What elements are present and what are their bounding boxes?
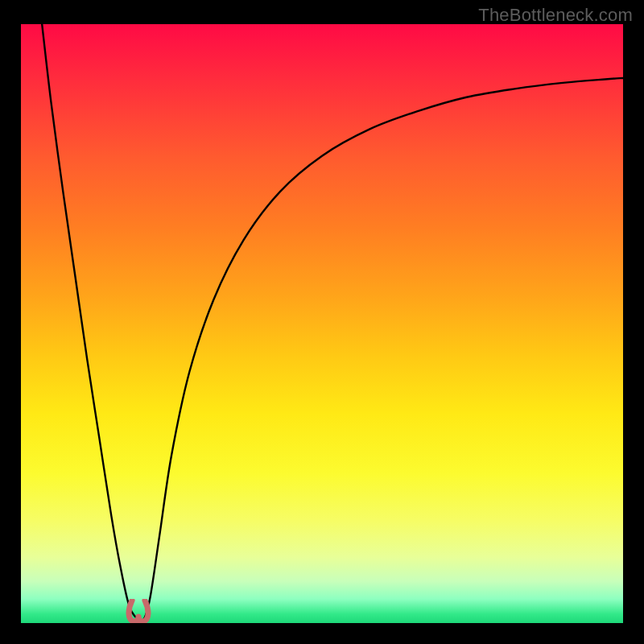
bottleneck-curve — [42, 24, 623, 621]
curve-svg — [21, 24, 623, 623]
chart-stage: TheBottleneck.com — [0, 0, 644, 644]
minimum-marker — [124, 599, 153, 623]
watermark-text: TheBottleneck.com — [478, 5, 633, 26]
marker-icon — [124, 599, 153, 623]
plot-area — [21, 24, 623, 623]
